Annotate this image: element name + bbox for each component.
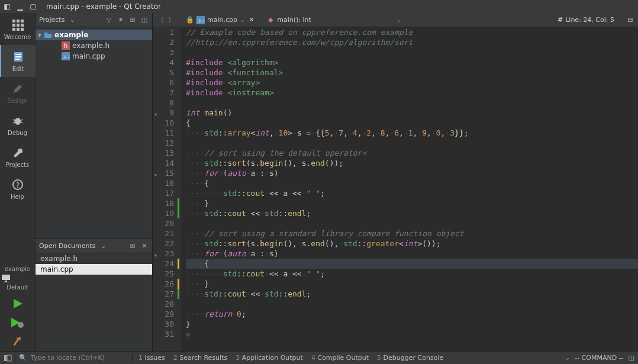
line-number[interactable]: 27 — [153, 289, 174, 299]
code-line[interactable]: ····return·0; — [186, 309, 638, 319]
open-doc[interactable]: main.cpp — [36, 264, 152, 275]
code-line[interactable]: // Example code based on cppreference.co… — [186, 27, 638, 37]
code-line[interactable]: #include <array> — [186, 78, 638, 88]
code-line[interactable] — [186, 218, 638, 228]
code-line[interactable]: ◆ — [186, 329, 638, 339]
line-number[interactable]: 5 — [153, 67, 174, 78]
code-line[interactable]: ········std::cout·<<·a·<<·" "; — [186, 269, 638, 279]
mode-welcome[interactable]: Welcome — [0, 13, 36, 45]
add-pane-icon[interactable]: ⊞ — [128, 242, 137, 250]
chevron-left-icon[interactable]: 〈 — [156, 16, 165, 24]
symbol-combo[interactable]: ◆ main(): int ⌄ — [263, 16, 405, 24]
line-number[interactable]: 31 — [153, 329, 174, 339]
active-project-kit[interactable]: example Default — [0, 262, 35, 294]
code-line[interactable]: //http://en.cppreference.com/w/cpp/algor… — [186, 37, 638, 47]
code-line[interactable]: #include <iostream> — [186, 88, 638, 98]
code-line[interactable] — [186, 47, 638, 57]
line-number[interactable]: 2 — [153, 37, 174, 47]
line-number[interactable]: 16 — [153, 178, 174, 188]
split-close-group[interactable]: ⊟ — [623, 16, 638, 24]
line-number[interactable]: 11 — [153, 128, 174, 138]
split-icon[interactable]: ◫ — [140, 16, 149, 24]
line-number[interactable]: 4 — [153, 57, 174, 67]
add-pane-icon[interactable]: ⊞ — [128, 16, 137, 24]
output-tab[interactable]: 1 Issues — [138, 354, 165, 362]
mode-debug[interactable]: Debug — [0, 109, 36, 141]
mode-projects[interactable]: Projects — [0, 141, 36, 173]
code-line[interactable] — [186, 98, 638, 108]
output-tab[interactable]: 4 Compile Output — [311, 354, 369, 362]
line-number[interactable]: 1 — [153, 27, 174, 37]
code-line[interactable]: ····} — [186, 279, 638, 289]
locator[interactable]: 🔍 Type to locate (Ctrl+K) — [15, 354, 133, 362]
output-tab[interactable]: 2 Search Results — [173, 354, 228, 362]
code-line[interactable]: { — [186, 118, 638, 128]
line-number[interactable]: 26 — [153, 279, 174, 289]
line-number[interactable]: 28 — [153, 299, 174, 309]
code-line[interactable] — [186, 299, 638, 309]
line-number[interactable]: 22 — [153, 239, 174, 249]
code-line[interactable]: #include <algorithm> — [186, 57, 638, 67]
open-documents-list[interactable]: example.h main.cpp — [36, 253, 152, 351]
line-number[interactable]: 3 — [153, 47, 174, 57]
code-line[interactable]: ····// sort using the default operator< — [186, 148, 638, 158]
output-tab[interactable]: 5 Debugger Console — [377, 354, 443, 362]
split-horizontal-icon[interactable]: ⊟ — [626, 16, 634, 24]
line-number[interactable]: 18 — [153, 198, 174, 208]
code-line[interactable]: #include <functional> — [186, 67, 638, 78]
line-number[interactable]: 24 — [153, 259, 174, 269]
project-tree[interactable]: ▾ example h example.h c++ main.cpp — [36, 27, 152, 239]
chevron-down-icon[interactable]: ⌄ — [240, 16, 245, 24]
line-number[interactable]: 30 — [153, 319, 174, 329]
tree-file[interactable]: c++ main.cpp — [36, 51, 152, 62]
code-line[interactable]: ····} — [186, 198, 638, 208]
line-number[interactable]: 9▾ — [153, 108, 174, 118]
chevron-right-icon[interactable]: 〉 — [167, 16, 175, 24]
toggle-sidebar-button[interactable] — [0, 352, 15, 365]
open-doc[interactable]: example.h — [36, 253, 152, 264]
line-col-indicator[interactable]: # Line: 24, Col: 5 — [553, 16, 619, 24]
link-icon[interactable]: ⚭ — [117, 16, 125, 24]
line-number[interactable]: 8 — [153, 98, 174, 108]
chevron-down-icon[interactable]: ⌄ — [68, 16, 76, 24]
close-icon[interactable]: ✕ — [247, 16, 256, 24]
code-line[interactable]: ····std::cout·<<·std::endl; — [186, 289, 638, 299]
tree-file[interactable]: h example.h — [36, 40, 152, 51]
run-debug-button[interactable] — [0, 313, 36, 332]
line-number[interactable]: 6 — [153, 78, 174, 88]
code-line[interactable] — [186, 138, 638, 148]
filter-icon[interactable]: ▽ — [105, 16, 113, 24]
build-button[interactable] — [0, 332, 36, 351]
close-pane-icon[interactable]: ✕ — [140, 242, 149, 250]
mode-edit[interactable]: Edit — [0, 45, 36, 77]
line-number[interactable]: 12 — [153, 138, 174, 148]
code-line[interactable]: ········std::cout·<<·a·<<·" "; — [186, 188, 638, 198]
window-minimize-icon[interactable]: ▁ — [17, 3, 24, 10]
line-number[interactable]: 21 — [153, 228, 174, 239]
run-button[interactable] — [0, 294, 36, 313]
line-number-gutter[interactable]: 123456789▾101112131415▾1617181920212223▾… — [153, 27, 178, 351]
toggle-output-icon[interactable]: ◫ — [629, 354, 634, 362]
tree-project-root[interactable]: ▾ example — [36, 30, 152, 40]
nav-back-forward[interactable]: 〈 〉 — [153, 16, 179, 24]
line-number[interactable]: 19 — [153, 208, 174, 218]
code-text[interactable]: // Example code based on cppreference.co… — [181, 27, 638, 351]
code-area[interactable]: 123456789▾101112131415▾1617181920212223▾… — [153, 27, 638, 351]
line-number[interactable]: 13 — [153, 148, 174, 158]
code-line[interactable]: ····std::sort(s.begin(),·s.end(),·std::g… — [186, 239, 638, 249]
chevron-down-icon[interactable]: ⌄ — [397, 16, 402, 24]
mode-help[interactable]: ? Help — [0, 173, 36, 205]
line-number[interactable]: 29 — [153, 309, 174, 319]
line-number[interactable]: 7 — [153, 88, 174, 98]
window-maximize-icon[interactable]: ▢ — [30, 3, 37, 10]
line-number[interactable]: 17 — [153, 188, 174, 198]
code-line[interactable]: ····// sort using a standard library com… — [186, 228, 638, 239]
window-menu-icon[interactable]: ◧ — [4, 3, 11, 10]
line-number[interactable]: 10 — [153, 118, 174, 128]
line-number[interactable]: 25 — [153, 269, 174, 279]
line-number[interactable]: 23▾ — [153, 249, 174, 259]
mode-design[interactable]: Design — [0, 77, 36, 109]
code-line[interactable]: ····std::cout·<<·std::endl; — [186, 208, 638, 218]
output-tab[interactable]: 3 Application Output — [236, 354, 303, 362]
line-number[interactable]: 20 — [153, 218, 174, 228]
